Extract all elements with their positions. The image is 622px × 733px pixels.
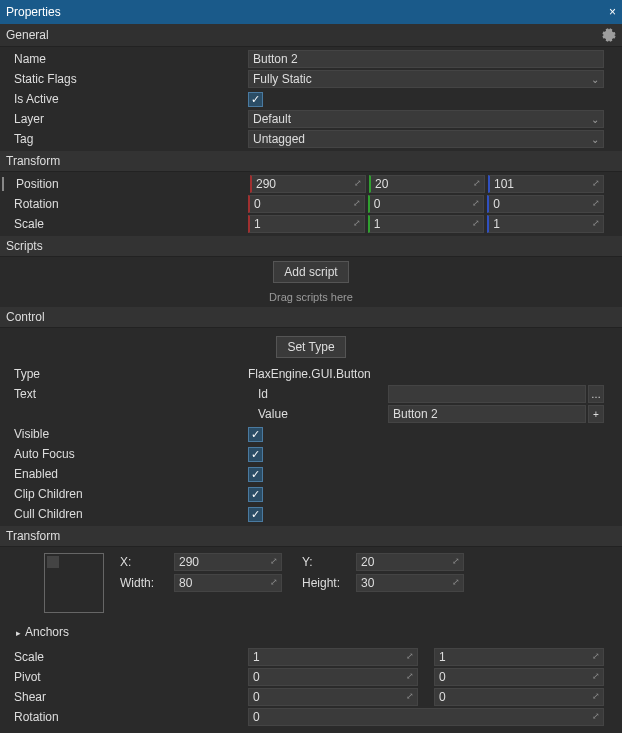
close-icon[interactable]: × (609, 5, 616, 19)
y-input[interactable]: 20⤢ (356, 553, 464, 571)
expand-icon: ⤢ (473, 178, 481, 188)
visible-label: Visible (0, 427, 248, 441)
section-scripts[interactable]: Scripts (0, 236, 622, 257)
width-input[interactable]: 80⤢ (174, 574, 282, 592)
id-picker-button[interactable]: … (588, 385, 604, 403)
shear-x-input[interactable]: 0⤢ (248, 688, 418, 706)
position-label: Position (2, 177, 250, 191)
name-input[interactable] (248, 50, 604, 68)
section-transform[interactable]: Transform (0, 151, 622, 172)
cullchildren-label: Cull Children (0, 507, 248, 521)
expand-icon: ⤢ (592, 178, 600, 188)
shear-y-input[interactable]: 0⤢ (434, 688, 604, 706)
pivot-label: Pivot (0, 670, 248, 684)
gear-icon[interactable] (602, 28, 616, 42)
height-input[interactable]: 30⤢ (356, 574, 464, 592)
shear-label: Shear (0, 690, 248, 704)
chevron-right-icon: ▸ (16, 628, 21, 638)
chevron-down-icon: ⌄ (591, 134, 599, 145)
value-input[interactable]: Button 2 (388, 405, 586, 423)
tag-select[interactable]: Untagged⌄ (248, 130, 604, 148)
type-label: Type (0, 367, 248, 381)
enabled-label: Enabled (0, 467, 248, 481)
section-control-transform[interactable]: Transform (0, 526, 622, 547)
x-input[interactable]: 290⤢ (174, 553, 282, 571)
isactive-label: Is Active (0, 92, 248, 106)
visible-checkbox[interactable]: ✓ (248, 427, 263, 442)
rotation-y-input[interactable]: 0⤢ (368, 195, 485, 213)
tag-label: Tag (0, 132, 248, 146)
position-x-input[interactable]: 290⤢ (250, 175, 366, 193)
scale-x-input[interactable]: 1⤢ (248, 215, 365, 233)
value-label: Value (258, 407, 388, 421)
expand-icon: ⤢ (354, 178, 362, 188)
cscale-label: Scale (0, 650, 248, 664)
pivot-y-input[interactable]: 0⤢ (434, 668, 604, 686)
scale-z-input[interactable]: 1⤢ (487, 215, 604, 233)
cscale-y-input[interactable]: 1⤢ (434, 648, 604, 666)
staticflags-label: Static Flags (0, 72, 248, 86)
y-label: Y: (296, 555, 356, 569)
cscale-x-input[interactable]: 1⤢ (248, 648, 418, 666)
anchor-preset[interactable] (44, 553, 104, 613)
position-y-input[interactable]: 20⤢ (369, 175, 485, 193)
rotation-z-input[interactable]: 0⤢ (487, 195, 604, 213)
id-input[interactable] (388, 385, 586, 403)
type-value: FlaxEngine.GUI.Button (248, 367, 622, 381)
window-titlebar: Properties × (0, 0, 622, 24)
isactive-checkbox[interactable]: ✓ (248, 92, 263, 107)
section-general[interactable]: General (0, 24, 622, 47)
width-label: Width: (114, 576, 174, 590)
text-label: Text (0, 387, 258, 401)
pivot-x-input[interactable]: 0⤢ (248, 668, 418, 686)
chevron-down-icon: ⌄ (591, 114, 599, 125)
layer-select[interactable]: Default⌄ (248, 110, 604, 128)
chevron-down-icon: ⌄ (591, 74, 599, 85)
clipchildren-label: Clip Children (0, 487, 248, 501)
name-label: Name (0, 52, 248, 66)
section-general-label: General (6, 28, 49, 42)
height-label: Height: (296, 576, 356, 590)
scale-y-input[interactable]: 1⤢ (368, 215, 485, 233)
enabled-checkbox[interactable]: ✓ (248, 467, 263, 482)
staticflags-select[interactable]: Fully Static⌄ (248, 70, 604, 88)
scale-label: Scale (0, 217, 248, 231)
id-label: Id (258, 387, 388, 401)
layer-label: Layer (0, 112, 248, 126)
crotation-label: Rotation (0, 710, 248, 724)
cullchildren-checkbox[interactable]: ✓ (248, 507, 263, 522)
anchors-expander[interactable]: ▸Anchors (0, 619, 622, 645)
add-script-button[interactable]: Add script (273, 261, 348, 283)
autofocus-label: Auto Focus (0, 447, 248, 461)
position-z-input[interactable]: 101⤢ (488, 175, 604, 193)
rotation-label: Rotation (0, 197, 248, 211)
value-add-button[interactable]: + (588, 405, 604, 423)
crotation-input[interactable]: 0⤢ (248, 708, 604, 726)
scripts-drop-hint: Drag scripts here (0, 287, 622, 307)
section-control[interactable]: Control (0, 307, 622, 328)
x-label: X: (114, 555, 174, 569)
autofocus-checkbox[interactable]: ✓ (248, 447, 263, 462)
rotation-x-input[interactable]: 0⤢ (248, 195, 365, 213)
set-type-button[interactable]: Set Type (276, 336, 345, 358)
clipchildren-checkbox[interactable]: ✓ (248, 487, 263, 502)
window-title: Properties (6, 5, 61, 19)
